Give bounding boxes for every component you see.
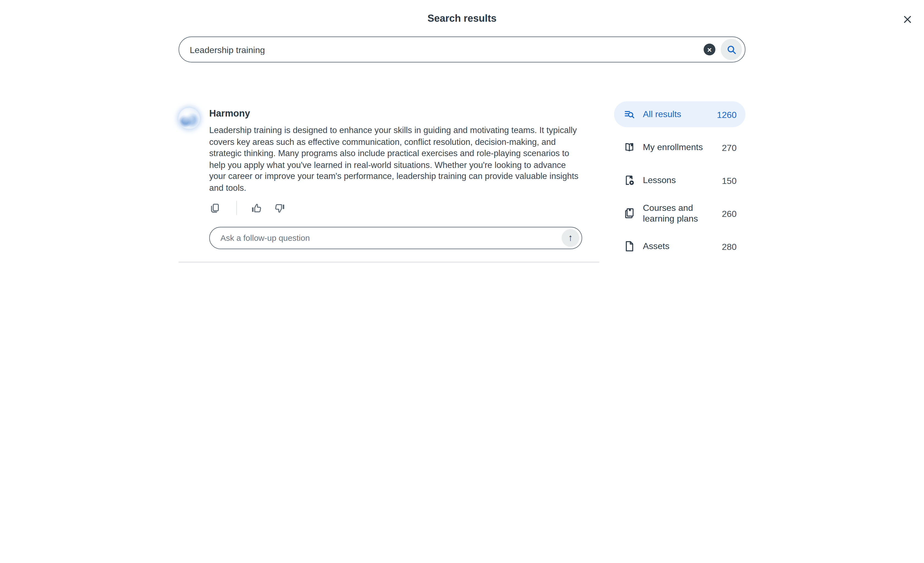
thumbs-down-icon[interactable]	[275, 202, 286, 214]
filter-count: 150	[722, 175, 737, 185]
close-icon[interactable]	[901, 13, 914, 26]
filter-label: Courses and learning plans	[643, 203, 714, 224]
assistant-answer-text: Leadership training is designed to enhan…	[209, 125, 580, 194]
assistant-answer-block: Harmony Leadership training is designed …	[178, 108, 599, 249]
clear-search-icon[interactable]: ×	[704, 44, 716, 55]
copy-icon[interactable]	[209, 202, 220, 214]
filter-assets[interactable]: Assets 280	[614, 234, 746, 259]
search-button[interactable]	[721, 39, 742, 60]
filter-label: Assets	[643, 241, 669, 252]
submit-followup-button[interactable]: ↑	[561, 229, 579, 247]
stacked-books-icon	[623, 207, 635, 219]
filter-lessons[interactable]: Lessons 150	[614, 168, 746, 193]
filter-count: 260	[722, 208, 737, 218]
arrow-up-icon: ↑	[568, 232, 573, 243]
filter-label: All results	[643, 109, 681, 120]
search-icon	[726, 45, 736, 54]
open-book-icon	[623, 141, 635, 153]
actions-divider	[236, 201, 237, 215]
search-bar: ×	[178, 37, 745, 62]
filter-label: My enrollments	[643, 142, 703, 153]
answer-actions	[209, 202, 600, 214]
filter-label: Lessons	[643, 175, 676, 186]
file-icon	[623, 240, 635, 252]
filter-all-results[interactable]: All results 1260	[614, 102, 746, 127]
results-column: Harmony Leadership training is designed …	[178, 108, 599, 263]
search-list-icon	[623, 108, 635, 120]
filter-my-enrollments[interactable]: My enrollments 270	[614, 135, 746, 160]
thumbs-up-icon[interactable]	[250, 202, 262, 214]
harmony-logo-icon	[178, 108, 200, 129]
filter-count: 1260	[717, 109, 737, 119]
lesson-play-icon	[623, 174, 635, 186]
section-divider	[178, 261, 599, 262]
assistant-name: Harmony	[209, 108, 600, 119]
search-results-dialog: Search results × Harmony Leadership trai…	[0, 0, 924, 263]
followup-bar: ↑	[209, 227, 582, 249]
filters-sidebar: All results 1260 My enrollments 270 Less…	[614, 102, 746, 263]
filter-count: 270	[722, 142, 737, 152]
search-input[interactable]	[189, 44, 704, 55]
page-title: Search results	[0, 13, 924, 25]
filter-count: 280	[722, 241, 737, 251]
followup-input[interactable]	[219, 232, 561, 243]
filter-courses[interactable]: Courses and learning plans 260	[614, 201, 746, 226]
